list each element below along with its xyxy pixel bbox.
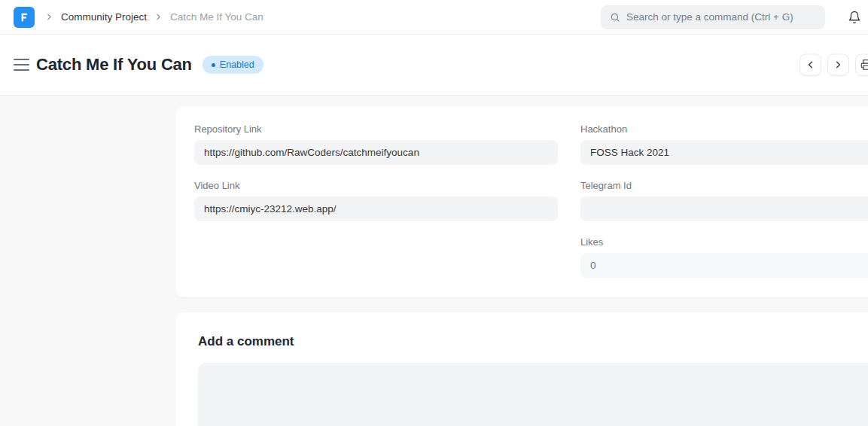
video-link-label: Video Link: [194, 180, 558, 191]
page-head: Catch Me If You Can Enabled: [0, 35, 868, 96]
comment-input[interactable]: [198, 363, 868, 426]
search-input[interactable]: [626, 11, 816, 23]
breadcrumb: Community Project Catch Me If You Can: [44, 11, 263, 23]
page-title: Catch Me If You Can: [36, 55, 192, 75]
form-column-right: Hackathon Telegram Id Likes: [580, 123, 868, 278]
form-section: Repository Link Video Link Hackathon Tel…: [175, 107, 868, 297]
notifications-button[interactable]: [843, 6, 866, 29]
print-button[interactable]: [855, 54, 868, 76]
likes-input: [580, 253, 868, 278]
field-likes: Likes: [580, 236, 868, 278]
app-home-button[interactable]: [14, 7, 35, 28]
menu-icon: [14, 59, 29, 60]
field-repository-link: Repository Link: [194, 123, 558, 165]
previous-document-button[interactable]: [799, 54, 821, 76]
breadcrumb-current-document[interactable]: Catch Me If You Can: [170, 11, 263, 23]
sidebar-toggle-button[interactable]: [14, 59, 30, 71]
chevron-right-icon: [154, 12, 163, 22]
status-badge: Enabled: [203, 56, 263, 74]
bell-icon: [848, 11, 861, 24]
page-body: Repository Link Video Link Hackathon Tel…: [0, 96, 868, 426]
video-link-input[interactable]: [194, 196, 558, 221]
telegram-id-label: Telegram Id: [580, 180, 868, 191]
field-telegram-id: Telegram Id: [580, 180, 868, 221]
search-icon: [610, 12, 620, 23]
repository-link-label: Repository Link: [194, 123, 558, 135]
printer-icon: [860, 59, 868, 71]
field-video-link: Video Link: [194, 180, 558, 221]
comment-section: Add a comment: [175, 312, 868, 426]
status-dot-icon: [212, 63, 215, 67]
comment-heading: Add a comment: [198, 334, 868, 349]
breadcrumb-community-project[interactable]: Community Project: [61, 11, 147, 23]
frappe-logo: [18, 11, 30, 23]
next-document-button[interactable]: [827, 54, 849, 76]
chevron-right-icon: [44, 12, 54, 22]
global-search[interactable]: [601, 5, 825, 29]
repository-link-input[interactable]: [194, 140, 558, 165]
navbar: Community Project Catch Me If You Can: [0, 0, 868, 35]
hackathon-input[interactable]: [580, 140, 868, 165]
chevron-left-icon: [805, 59, 816, 71]
likes-label: Likes: [580, 236, 868, 248]
hackathon-label: Hackathon: [580, 123, 868, 135]
chevron-right-icon: [833, 59, 844, 71]
status-badge-label: Enabled: [220, 59, 254, 70]
telegram-id-input[interactable]: [580, 196, 868, 221]
form-column-left: Repository Link Video Link: [194, 123, 558, 278]
page-head-actions: [799, 54, 868, 76]
field-hackathon: Hackathon: [580, 123, 868, 165]
form-main-section: Repository Link Video Link Hackathon Tel…: [175, 107, 868, 426]
